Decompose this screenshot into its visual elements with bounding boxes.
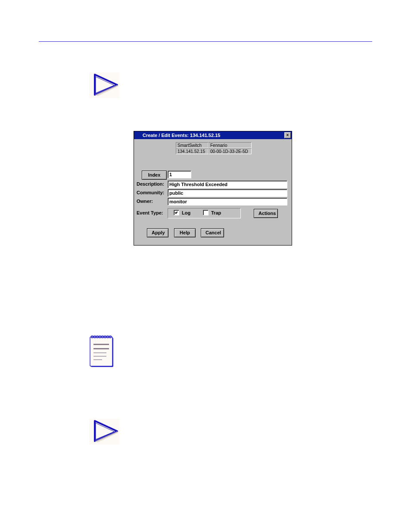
info-device-name: Fennario — [209, 142, 252, 148]
description-label: Description: — [137, 181, 164, 187]
index-input[interactable]: 1 — [168, 171, 191, 178]
log-checkbox-label: Log — [182, 210, 190, 215]
window-icon — [136, 133, 141, 138]
info-device-type: SmartSwitch — [176, 142, 209, 148]
svg-rect-15 — [93, 356, 106, 357]
svg-rect-3 — [90, 337, 112, 366]
info-ip: 134.141.52.15 — [176, 148, 209, 154]
dialog-body: SmartSwitch Fennario 134.141.52.15 00-00… — [134, 139, 292, 245]
dialog-titlebar[interactable]: Create / Edit Events: 134.141.52.15 × — [134, 131, 292, 139]
trap-checkbox[interactable] — [203, 210, 209, 215]
cancel-button[interactable]: Cancel — [201, 228, 224, 237]
svg-rect-16 — [93, 359, 102, 360]
info-mac: 00-00-1D-33-2E-5D — [209, 148, 252, 154]
svg-rect-14 — [93, 352, 106, 353]
log-checkbox[interactable] — [174, 210, 179, 215]
create-edit-events-dialog: Create / Edit Events: 134.141.52.15 × Sm… — [134, 131, 292, 246]
actions-button[interactable]: Actions — [254, 209, 278, 218]
help-button[interactable]: Help — [174, 228, 196, 237]
close-icon: × — [286, 133, 289, 137]
description-input[interactable]: High Threshold Exceeded — [168, 180, 287, 188]
community-input[interactable]: public — [168, 189, 287, 197]
log-checkbox-wrap: Log — [174, 210, 190, 215]
event-type-label: Event Type: — [137, 210, 163, 215]
index-button[interactable]: Index — [142, 171, 167, 180]
svg-rect-13 — [93, 348, 109, 349]
dialog-title: Create / Edit Events: 134.141.52.15 — [143, 133, 220, 138]
apply-button[interactable]: Apply — [147, 228, 168, 237]
svg-rect-12 — [93, 344, 109, 345]
owner-input[interactable]: monitor — [168, 198, 287, 205]
play-triangle-icon — [89, 72, 119, 98]
horizontal-rule — [39, 41, 372, 42]
trap-checkbox-wrap: Trap — [203, 210, 221, 215]
trap-checkbox-label: Trap — [211, 210, 221, 215]
close-button[interactable]: × — [284, 132, 291, 138]
notepad-icon — [89, 334, 115, 369]
play-triangle-icon — [89, 419, 119, 445]
owner-label: Owner: — [137, 199, 153, 204]
community-label: Community: — [137, 190, 164, 195]
